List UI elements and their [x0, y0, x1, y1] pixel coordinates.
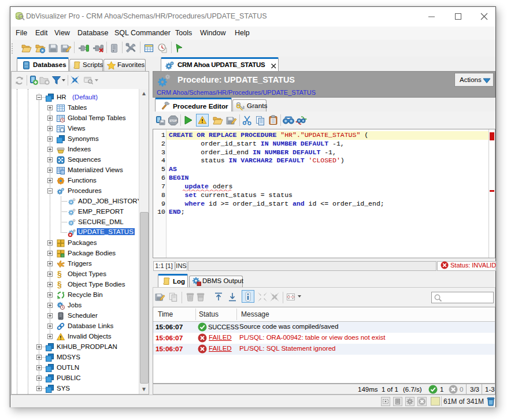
svg-text:STOP: STOP — [169, 120, 176, 122]
